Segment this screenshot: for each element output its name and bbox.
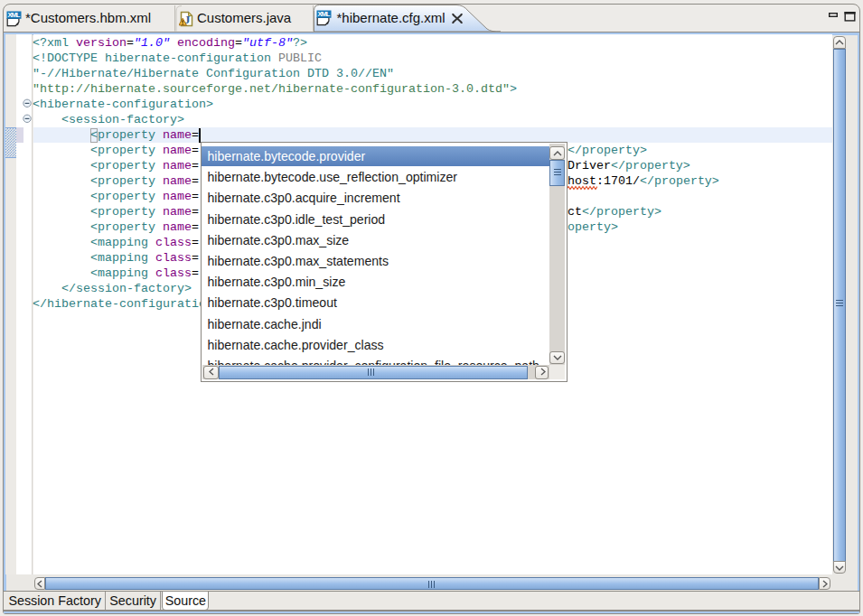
- svg-text:XML: XML: [318, 10, 331, 18]
- svg-text:XML: XML: [8, 11, 21, 19]
